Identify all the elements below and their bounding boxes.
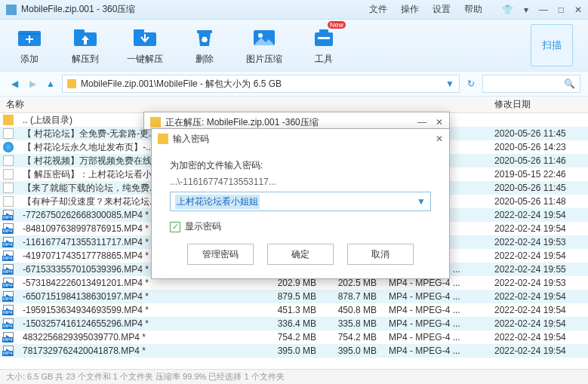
file-row[interactable]: MP44832256829395039770.MP4 *754.2 MB754.… (0, 330, 588, 344)
file-date: 2022-02-24 19:54 (490, 318, 588, 329)
file-size: 336.4 MB (263, 318, 324, 329)
dialog-close-icon[interactable]: ✕ (436, 134, 443, 144)
file-size: 754.2 MB (263, 332, 324, 343)
file-row[interactable]: MP4-1503257416124655296.MP4 *336.4 MB335… (0, 317, 588, 330)
password-dropdown-icon[interactable]: ▼ (417, 196, 426, 207)
back-icon[interactable]: ◀ (8, 77, 21, 91)
extract-dialog-title-text: 正在解压: MobileFile.zip.001 -360压缩 (165, 116, 319, 129)
password-input[interactable]: 上村花论坛看小姐姐 ▼ (170, 192, 431, 211)
path-dropdown-icon[interactable]: ▼ (445, 78, 454, 89)
file-date: 2022-02-24 19:54 (490, 291, 588, 302)
one-click-label: 一键解压 (127, 53, 163, 66)
file-type: MP4 - MPEG-4 ... (384, 318, 490, 329)
svg-rect-11 (318, 37, 330, 39)
checkbox-icon: ✓ (170, 222, 180, 232)
extract-dialog-title[interactable]: 正在解压: MobileFile.zip.001 -360压缩 — ✕ (144, 112, 449, 130)
file-date: 2020-05-26 11:48 (490, 196, 588, 207)
file-date: 2019-05-15 22:46 (490, 169, 588, 180)
file-row[interactable]: MP47817329762420041878.MP4 *395.0 MB395.… (0, 344, 588, 358)
dialog-icon (150, 117, 161, 127)
mp4-icon: MP4 (3, 305, 14, 315)
txt-icon (3, 155, 14, 166)
delete-label: 删除 (195, 53, 214, 66)
forward-icon[interactable]: ▶ (26, 77, 39, 91)
file-packed-size: 202.5 MB (324, 278, 384, 288)
minimize-icon[interactable]: — (539, 5, 548, 15)
mp4-icon: MP4 (3, 332, 14, 343)
scan-button[interactable]: 扫描 (531, 24, 573, 66)
image-compress-button[interactable]: 图片压缩 (246, 26, 282, 66)
password-dialog: 输入密码 ✕ 为加密的文件输入密码: ...\-1161677471355311… (151, 128, 450, 279)
file-type: MP4 - MPEG-4 ... (384, 278, 490, 288)
show-password-checkbox[interactable]: ✓ 显示密码 (170, 220, 431, 233)
search-icon: 🔍 (564, 78, 575, 89)
file-date: 2022-02-24 19:54 (490, 250, 588, 261)
one-click-extract-button[interactable]: 一键解压 (127, 26, 163, 66)
extract-dialog: 正在解压: MobileFile.zip.001 -360压缩 — ✕ (143, 112, 450, 130)
path-text: MobileFile.zip.001\MobileFile - 解包大小为 6.… (81, 78, 282, 91)
extract-to-button[interactable]: 解压到 (71, 26, 100, 66)
dropdown-icon[interactable]: ▾ (524, 5, 528, 15)
svg-rect-5 (197, 30, 212, 33)
file-date: 2022-02-24 19:53 (490, 278, 588, 288)
svg-rect-10 (319, 29, 328, 34)
file-size: 451.3 MB (263, 305, 324, 315)
svg-rect-4 (134, 29, 144, 34)
app-icon (6, 5, 17, 15)
manage-password-button[interactable]: 管理密码 (187, 244, 254, 265)
titlebar: MobileFile.zip.001 - 360压缩 文件 操作 设置 帮助 👕… (0, 0, 588, 20)
up-icon[interactable]: ▲ (44, 77, 57, 91)
mp4-icon: MP4 (3, 264, 14, 275)
file-name: 4832256829395039770.MP4 * (17, 332, 263, 343)
file-date: 2022-02-24 19:55 (490, 264, 588, 275)
file-type: MP4 - MPEG-4 ... (384, 291, 490, 302)
file-packed-size: 878.7 MB (324, 291, 384, 302)
dialog-minimize-icon[interactable]: — (417, 117, 426, 127)
file-name: 7817329762420041878.MP4 * (17, 346, 263, 356)
image-compress-label: 图片压缩 (246, 53, 282, 66)
col-modified[interactable]: 修改日期 (490, 98, 588, 111)
mp4-icon: MP4 (3, 291, 14, 302)
skin-icon[interactable]: 👕 (502, 5, 513, 15)
refresh-icon[interactable]: ↻ (464, 77, 478, 91)
maximize-icon[interactable]: □ (559, 5, 564, 15)
path-input[interactable]: MobileFile.zip.001\MobileFile - 解包大小为 6.… (62, 75, 460, 93)
password-dialog-body: 为加密的文件输入密码: ...\-11616774713553117... 上村… (152, 149, 449, 278)
password-dialog-title: 输入密码 (173, 133, 209, 146)
toolbar: 添加 解压到 一键解压 删除 图片压缩 工具 扫描 (0, 20, 588, 71)
file-date: 2022-02-24 19:54 (490, 346, 588, 356)
mp4-icon: MP4 (3, 346, 14, 356)
dialog-buttons: 管理密码 确定 取消 (170, 244, 431, 265)
file-name: -6507151984138630197.MP4 * (17, 291, 263, 302)
file-date: 2022-02-24 19:54 (490, 210, 588, 220)
file-packed-size: 395.0 MB (324, 346, 384, 356)
dialog-close-icon[interactable]: ✕ (436, 117, 443, 127)
add-button[interactable]: 添加 (15, 26, 44, 66)
window-controls: 👕 ▾ — □ ✕ (502, 5, 582, 15)
show-password-label: 显示密码 (185, 220, 221, 233)
mp4-icon: MP4 (3, 210, 14, 220)
close-icon[interactable]: ✕ (574, 5, 582, 15)
password-label: 为加密的文件输入密码: (170, 159, 431, 172)
file-name: -1503257416124655296.MP4 * (17, 318, 263, 329)
file-date: 2020-05-26 11:46 (490, 155, 588, 166)
password-dialog-titlebar[interactable]: 输入密码 ✕ (152, 129, 449, 149)
tools-button[interactable]: 工具 (309, 26, 338, 66)
col-name[interactable]: 名称 (0, 98, 263, 111)
file-packed-size: 335.8 MB (324, 318, 384, 329)
file-name: -5731842226013491201.MP4 * (17, 278, 263, 288)
extract-to-label: 解压到 (72, 53, 99, 66)
cancel-button[interactable]: 取消 (347, 244, 414, 265)
file-row[interactable]: MP4-6507151984138630197.MP4 *879.5 MB878… (0, 290, 588, 303)
file-packed-size: 450.8 MB (324, 305, 384, 315)
mp4-icon: MP4 (3, 278, 14, 288)
file-type: MP4 - MPEG-4 ... (384, 346, 490, 356)
file-row[interactable]: MP4-1959153634934693599.MP4 *451.3 MB450… (0, 303, 588, 317)
url-icon (3, 142, 14, 152)
ok-button[interactable]: 确定 (267, 244, 334, 265)
delete-button[interactable]: 删除 (190, 26, 219, 66)
file-date: 2022-02-24 19:54 (490, 332, 588, 343)
password-file-path: ...\-11616774713553117... (170, 177, 431, 187)
search-input[interactable]: 🔍 (482, 75, 580, 93)
file-type: MP4 - MPEG-4 ... (384, 305, 490, 315)
